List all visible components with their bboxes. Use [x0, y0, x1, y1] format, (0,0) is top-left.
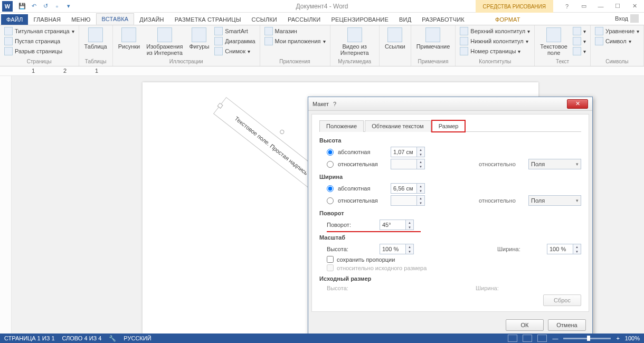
height-relative-radio[interactable] [327, 161, 334, 168]
zoom-out-icon[interactable]: — [552, 335, 558, 341]
tab-developer[interactable]: РАЗРАБОТЧИК [416, 14, 470, 25]
dialog-tab-wrap[interactable]: Обтекание текстом [365, 120, 431, 132]
smartart-button[interactable]: SmartArt [213, 26, 256, 36]
zoom-level[interactable]: 100% [625, 335, 640, 341]
tab-view[interactable]: ВИД [394, 14, 416, 25]
myapps-button[interactable]: Мои приложения ▾ [263, 36, 327, 46]
tab-design[interactable]: ДИЗАЙН [134, 14, 169, 25]
tab-layout[interactable]: РАЗМЕТКА СТРАНИЦЫ [169, 14, 247, 25]
height-value-input[interactable] [391, 147, 416, 157]
smartart-icon [214, 27, 223, 35]
width-absolute-spinner[interactable]: ▲▼ [391, 183, 425, 194]
ribbon-options-icon[interactable]: ▭ [577, 1, 590, 12]
height-relative-combo: Поля [528, 159, 581, 169]
zoom-slider[interactable] [563, 338, 611, 339]
textbox-button[interactable]: Текстовое поле [538, 26, 570, 57]
header-button[interactable]: Верхний колонтитул ▾ [459, 26, 531, 36]
video-button[interactable]: Видео из Интернета [334, 26, 376, 57]
height-absolute-spinner[interactable]: ▲▼ [391, 147, 425, 157]
tab-menu[interactable]: Меню [66, 14, 96, 25]
video-icon [347, 27, 362, 42]
dialog-help-icon[interactable]: ? [329, 99, 340, 109]
cancel-button[interactable]: Отмена [548, 319, 586, 331]
spin-up-icon[interactable]: ▲ [417, 147, 424, 152]
status-words[interactable]: СЛОВО 4 ИЗ 4 [62, 335, 102, 341]
shapes-button[interactable]: Фигуры [187, 26, 211, 51]
height-absolute-radio[interactable] [327, 149, 334, 156]
lock-aspect-checkbox[interactable] [327, 256, 334, 263]
store-icon [264, 27, 273, 35]
tab-file[interactable]: ФАЙЛ [1, 14, 28, 25]
page-number-button[interactable]: Номер страницы ▾ [459, 46, 531, 56]
minimize-icon[interactable]: — [594, 1, 607, 12]
tab-format[interactable]: ФОРМАТ [490, 14, 526, 25]
help-icon[interactable]: ? [561, 1, 573, 12]
undo-icon[interactable]: ↶ [29, 1, 39, 12]
scale-height-spinner[interactable]: ▲▼ [380, 244, 414, 254]
login-link[interactable]: Вход [610, 12, 644, 25]
ribbon-group-links: Ссылки [380, 25, 411, 66]
height-relative-spinner[interactable]: ▲▼ [391, 159, 425, 169]
ribbon-group-comments: Примечание Примечания [411, 25, 456, 66]
links-button[interactable]: Ссылки [383, 26, 408, 51]
quick-parts-button[interactable]: ▾ [572, 26, 587, 36]
pictures-icon [121, 27, 136, 42]
spin-down-icon[interactable]: ▼ [417, 152, 424, 157]
rotation-value-input[interactable] [380, 220, 405, 230]
online-pictures-button[interactable]: Изображения из Интернета [144, 26, 185, 57]
blank-page-button[interactable]: Пустая страница [3, 36, 75, 46]
section-original: Исходный размер [319, 275, 581, 282]
status-language[interactable]: РУССКИЙ [124, 335, 151, 341]
store-button[interactable]: Магазин [263, 26, 327, 36]
symbol-button[interactable]: Символ ▾ [594, 36, 640, 46]
dialog-titlebar[interactable]: Макет ? ✕ [308, 97, 592, 111]
cover-page-button[interactable]: Титульная страница ▾ [3, 26, 75, 36]
page-break-button[interactable]: Разрыв страницы [3, 46, 75, 56]
zoom-in-icon[interactable]: + [616, 335, 619, 341]
link-icon [387, 27, 402, 42]
tab-insert[interactable]: ВСТАВКА [96, 13, 135, 25]
width-relative-spinner[interactable]: ▲▼ [391, 195, 425, 206]
width-absolute-radio[interactable] [327, 185, 334, 192]
ribbon-group-apps: Магазин Мои приложения ▾ Приложения [260, 25, 330, 66]
view-readmode-icon[interactable] [508, 335, 517, 342]
width-relative-radio[interactable] [327, 197, 334, 204]
view-web-icon[interactable] [537, 335, 547, 342]
rotation-handle-icon[interactable] [279, 129, 285, 135]
redo-icon[interactable]: ↺ [40, 1, 51, 12]
tab-mailings[interactable]: РАССЫЛКИ [282, 14, 326, 25]
screenshot-button[interactable]: Снимок ▾ [213, 46, 256, 56]
maximize-icon[interactable]: ☐ [611, 1, 624, 12]
footer-button[interactable]: Нижний колонтитул ▾ [459, 36, 531, 46]
ok-button[interactable]: ОК [506, 319, 544, 331]
tab-review[interactable]: РЕЦЕНЗИРОВАНИЕ [326, 14, 394, 25]
dialog-close-button[interactable]: ✕ [567, 99, 588, 109]
horizontal-ruler[interactable]: 121 [0, 66, 644, 76]
width-value-input[interactable] [391, 184, 416, 193]
qat-dropdown-icon[interactable]: ▾ [63, 1, 74, 12]
status-page[interactable]: СТРАНИЦА 1 ИЗ 1 [4, 335, 55, 341]
vertical-ruler[interactable] [0, 76, 12, 334]
scale-width-spinner[interactable]: ▲▼ [547, 244, 581, 254]
dropcap-button[interactable]: ▾ [572, 46, 587, 56]
equation-button[interactable]: Уравнение ▾ [594, 26, 640, 36]
new-doc-icon[interactable]: ▫ [52, 1, 62, 12]
save-icon[interactable]: 💾 [17, 1, 27, 12]
dialog-tab-position[interactable]: Положение [319, 120, 364, 132]
ribbon-group-illustrations: Рисунки Изображения из Интернета Фигуры … [113, 25, 260, 66]
tab-references[interactable]: ССЫЛКИ [247, 14, 282, 25]
login-label: Вход [615, 15, 628, 22]
comment-button[interactable]: Примечание [414, 26, 452, 51]
table-button[interactable]: Таблица [82, 26, 109, 51]
pictures-button[interactable]: Рисунки [116, 26, 143, 51]
wordart-button[interactable]: ▾ [572, 36, 587, 46]
chart-button[interactable]: Диаграмма [213, 36, 256, 46]
equation-icon [595, 27, 603, 35]
table-icon [88, 27, 103, 42]
dialog-tab-size[interactable]: Размер [432, 120, 466, 132]
rotation-spinner[interactable]: ▲▼ [380, 220, 414, 230]
tab-home[interactable]: ГЛАВНАЯ [28, 14, 66, 25]
quick-access-toolbar: W 💾 ↶ ↺ ▫ ▾ [0, 1, 76, 12]
view-print-icon[interactable] [523, 335, 532, 342]
close-icon[interactable]: ✕ [628, 1, 641, 12]
